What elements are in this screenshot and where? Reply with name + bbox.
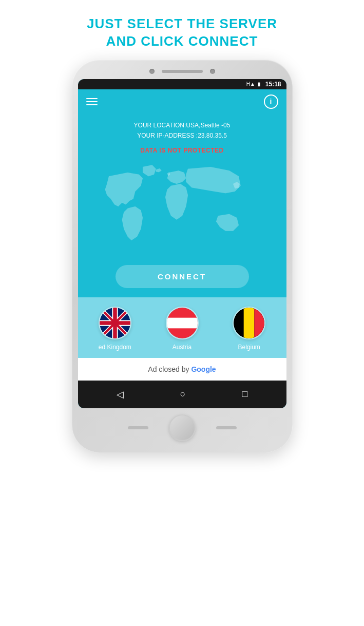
country-label-austria: Austria	[173, 344, 191, 351]
speaker-bar	[162, 70, 203, 73]
flag-austria	[166, 307, 199, 339]
svg-rect-17	[244, 308, 255, 338]
bottom-speaker-right	[216, 426, 237, 429]
location-line2: YOUR IP-ADDRESS :23.80.35.5	[83, 130, 281, 141]
map-area	[78, 156, 286, 264]
hamburger-menu-icon[interactable]	[86, 98, 98, 105]
battery-icon: ▮	[258, 81, 261, 87]
recents-button[interactable]: □	[237, 387, 253, 402]
flag-uk	[99, 307, 131, 339]
back-button[interactable]: ◁	[111, 387, 129, 402]
connect-button[interactable]: CONNECT	[116, 265, 249, 288]
ad-text: Ad closed by	[148, 365, 191, 373]
bottom-speaker-left	[128, 426, 148, 429]
country-label-belgium: Belgium	[238, 344, 260, 351]
screen: H▲ ▮ 15:18 i YOUR LOCATION:USA,Seattle -…	[78, 79, 286, 408]
page-wrapper: JUST SELECT THE SERVER AND CLICK CONNECT…	[0, 0, 364, 626]
svg-rect-11	[167, 317, 198, 328]
not-protected-label: DATA IS NOT PROTECTED	[78, 144, 286, 156]
status-bar: H▲ ▮ 15:18	[78, 79, 286, 89]
camera-dot-left	[149, 69, 155, 74]
connect-button-area: CONNECT	[78, 265, 286, 297]
app-header: i	[78, 89, 286, 114]
svg-rect-18	[254, 308, 264, 338]
status-time: 15:18	[265, 81, 281, 88]
location-line1: YOUR LOCATION:USA,Seattle -05	[83, 120, 281, 130]
server-item-belgium[interactable]: Belgium	[233, 307, 265, 351]
headline-line1: JUST SELECT THE SERVER	[87, 15, 277, 33]
server-list: ed Kingdom Austria	[78, 297, 286, 358]
camera-dot-right	[210, 69, 215, 74]
phone-bottom	[78, 414, 286, 441]
server-item-austria[interactable]: Austria	[166, 307, 199, 351]
headline-line2: AND CLICK CONNECT	[87, 33, 277, 50]
location-info: YOUR LOCATION:USA,Seattle -05 YOUR IP-AD…	[78, 114, 286, 144]
server-item-uk[interactable]: ed Kingdom	[99, 307, 131, 351]
nav-bar: ◁ ○ □	[78, 381, 286, 408]
home-physical-button[interactable]	[169, 414, 196, 441]
headline: JUST SELECT THE SERVER AND CLICK CONNECT	[87, 15, 277, 50]
phone-top	[78, 69, 286, 74]
ad-google-text: Google	[191, 365, 216, 373]
info-button[interactable]: i	[264, 94, 278, 109]
signal-icon: H▲	[246, 81, 255, 87]
phone-shell: H▲ ▮ 15:18 i YOUR LOCATION:USA,Seattle -…	[72, 60, 293, 452]
world-map	[98, 161, 267, 255]
ad-bar: Ad closed by Google	[78, 358, 286, 381]
flag-belgium	[233, 307, 265, 339]
country-label-uk: ed Kingdom	[99, 344, 131, 351]
home-button[interactable]: ○	[175, 387, 191, 402]
